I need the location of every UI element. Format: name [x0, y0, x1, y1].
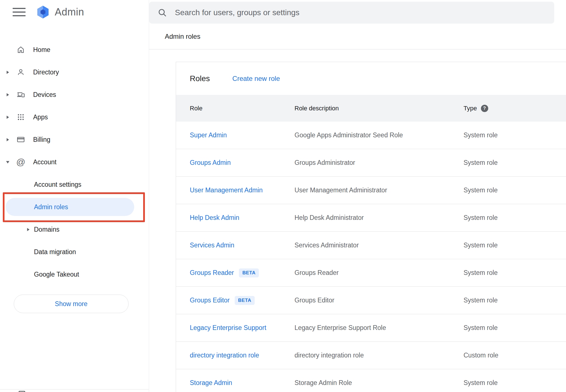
sidebar-item-google-takeout[interactable]: Google Takeout: [0, 263, 149, 286]
table-row: Storage Admin Storage Admin Role System …: [176, 369, 566, 392]
search-icon: [158, 8, 167, 17]
table-row: directory integration role directory int…: [176, 342, 566, 369]
column-header-type: Type ?: [464, 105, 566, 112]
role-description: User Management Administrator: [295, 186, 464, 194]
search-bar[interactable]: [149, 2, 554, 24]
chevron-right-icon[interactable]: [25, 228, 31, 231]
breadcrumb-row: Admin roles: [149, 24, 566, 49]
breadcrumb: Admin roles: [165, 33, 200, 40]
chevron-right-icon[interactable]: [4, 93, 11, 97]
sidebar-item-label: Admin roles: [34, 203, 68, 211]
billing-card-icon: [16, 135, 25, 144]
beta-badge: BETA: [239, 268, 259, 277]
sidebar-nav: Home Directory Devices: [0, 38, 149, 313]
create-new-role-link[interactable]: Create new role: [232, 75, 280, 83]
role-link[interactable]: Legacy Enterprise Support: [190, 324, 266, 332]
sidebar-item-data-migration[interactable]: Data migration: [0, 241, 149, 263]
sidebar-item-label: Account: [33, 158, 56, 166]
role-link[interactable]: User Management Admin: [190, 186, 263, 194]
role-type: System role: [464, 186, 566, 194]
role-type: Custom role: [464, 352, 566, 359]
home-icon: [16, 45, 25, 54]
sidebar-item-label: Apps: [33, 113, 48, 121]
column-header-role: Role: [190, 105, 295, 112]
person-icon: [16, 68, 25, 77]
roles-card-header: Roles Create new role: [176, 62, 566, 95]
table-row: Groups Reader BETA Groups Reader System …: [176, 259, 566, 287]
role-link[interactable]: Super Admin: [190, 131, 227, 139]
menu-icon[interactable]: [13, 7, 26, 17]
role-type: System role: [464, 241, 566, 249]
at-icon: @: [16, 158, 25, 167]
table-row: User Management Admin User Management Ad…: [176, 177, 566, 204]
role-description: Help Desk Administrator: [295, 214, 464, 222]
chevron-right-icon[interactable]: [4, 70, 11, 74]
device-icon: [18, 391, 26, 392]
sidebar-item-label: Devices: [33, 91, 56, 99]
role-link[interactable]: Help Desk Admin: [190, 214, 239, 222]
sidebar-item-label: Account settings: [34, 181, 81, 188]
role-description: Groups Editor: [295, 297, 464, 304]
table-row: Super Admin Google Apps Administrator Se…: [176, 122, 566, 149]
sidebar-item-devices[interactable]: Devices: [0, 83, 149, 106]
chevron-right-icon[interactable]: [4, 138, 11, 142]
table-row: Help Desk Admin Help Desk Administrator …: [176, 204, 566, 232]
chevron-down-icon[interactable]: [4, 160, 11, 164]
roles-card: Roles Create new role Role Role descript…: [176, 62, 566, 392]
sidebar-item-apps[interactable]: Apps: [0, 106, 149, 128]
role-type: System role: [464, 324, 566, 332]
role-link[interactable]: Groups Editor: [190, 297, 230, 304]
sidebar-item-label: Home: [33, 46, 50, 54]
role-type: System role: [464, 379, 566, 387]
table-row: Groups Admin Groups Administrator System…: [176, 149, 566, 177]
role-description: Storage Admin Role: [295, 379, 464, 387]
sidebar-header: Admin: [0, 0, 149, 38]
role-link[interactable]: directory integration role: [190, 352, 259, 359]
sidebar: Admin Home Directory: [0, 0, 149, 392]
sidebar-item-label: Domains: [34, 226, 60, 233]
role-description: directory integration role: [295, 352, 464, 359]
app-logo[interactable]: Admin: [36, 5, 84, 19]
sidebar-item-account[interactable]: @ Account: [0, 151, 149, 173]
role-description: Google Apps Administrator Seed Role: [295, 131, 464, 139]
table-header-row: Role Role description Type ?: [176, 95, 566, 122]
apps-grid-icon: [16, 113, 25, 122]
table-row: Services Admin Services Administrator Sy…: [176, 232, 566, 259]
role-link[interactable]: Groups Admin: [190, 159, 231, 167]
role-type: System role: [464, 297, 566, 304]
sidebar-item-billing[interactable]: Billing: [0, 128, 149, 151]
sidebar-item-admin-roles[interactable]: Admin roles: [0, 196, 149, 218]
sidebar-item-home[interactable]: Home: [0, 38, 149, 61]
table-row: Groups Editor BETA Groups Editor System …: [176, 287, 566, 314]
role-link[interactable]: Services Admin: [190, 241, 234, 249]
role-description: Groups Reader: [295, 269, 464, 277]
devices-icon: [16, 90, 25, 99]
admin-console: Admin Home Directory: [0, 0, 566, 392]
sidebar-bottom-divider: [0, 389, 149, 392]
sidebar-item-account-settings[interactable]: Account settings: [0, 173, 149, 196]
sidebar-item-label: Data migration: [34, 248, 76, 256]
role-description: Legacy Enterprise Support Role: [295, 324, 464, 332]
role-link[interactable]: Storage Admin: [190, 379, 232, 387]
role-description: Groups Administrator: [295, 159, 464, 167]
content: Roles Create new role Role Role descript…: [149, 49, 566, 392]
search-input[interactable]: [175, 8, 554, 17]
show-more-button[interactable]: Show more: [14, 295, 129, 313]
page-title: Roles: [190, 74, 210, 83]
sidebar-item-directory[interactable]: Directory: [0, 61, 149, 83]
chevron-right-icon[interactable]: [4, 115, 11, 119]
app-name: Admin: [55, 6, 84, 18]
role-type: System role: [464, 269, 566, 277]
column-header-description: Role description: [295, 105, 464, 112]
role-type: System role: [464, 214, 566, 222]
beta-badge: BETA: [235, 296, 255, 305]
help-icon[interactable]: ?: [481, 105, 488, 112]
table-row: Legacy Enterprise Support Legacy Enterpr…: [176, 314, 566, 342]
role-description: Services Administrator: [295, 241, 464, 249]
selected-item-pill: [6, 198, 134, 216]
column-header-type-label: Type: [464, 105, 477, 112]
role-link[interactable]: Groups Reader: [190, 269, 234, 277]
sidebar-item-label: Directory: [33, 69, 59, 76]
sidebar-item-domains[interactable]: Domains: [0, 218, 149, 241]
main-area: Admin roles Roles Create new role Role R…: [149, 0, 566, 392]
